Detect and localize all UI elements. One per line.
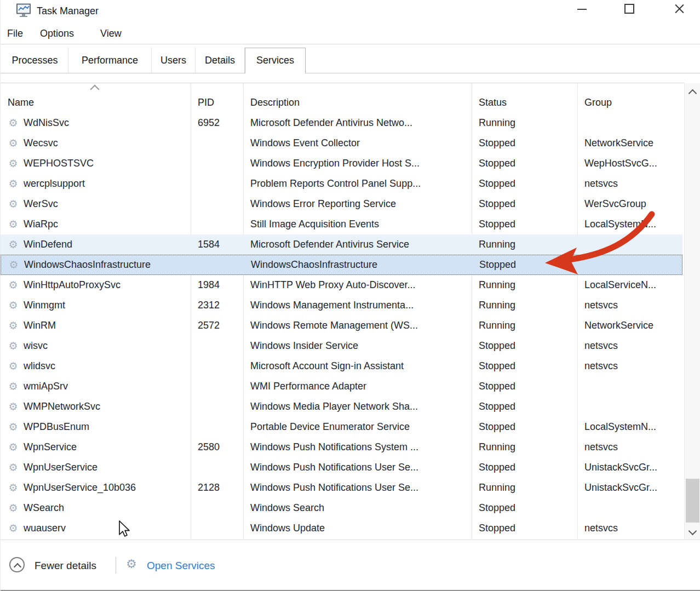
service-status: Stopped	[472, 174, 577, 194]
service-group	[577, 113, 682, 133]
table-row[interactable]: ⚙Wecsvc Windows Event Collector Stopped …	[1, 133, 682, 153]
service-status: Stopped	[472, 397, 577, 417]
service-pid: 1984	[191, 275, 243, 295]
service-status: Running	[472, 234, 577, 255]
service-pid	[191, 417, 243, 437]
service-name: Winmgmt	[24, 295, 65, 315]
maximize-icon	[624, 4, 634, 14]
service-pid: 2580	[191, 437, 243, 457]
table-row[interactable]: ⚙WerSvc Windows Error Reporting Service …	[1, 194, 682, 214]
column-header-group[interactable]: Group	[577, 84, 682, 113]
table-row[interactable]: ⚙WinDefend 1584 Microsoft Defender Antiv…	[1, 234, 682, 255]
table-row[interactable]: ⚙WiaRpc Still Image Acquisition Events S…	[1, 214, 682, 234]
table-row[interactable]: ⚙WPDBusEnum Portable Device Enumerator S…	[1, 417, 682, 437]
service-description: Microsoft Defender Antivirus Netwo...	[243, 113, 472, 133]
service-description: WindowsChaosInfrastructure	[244, 255, 472, 274]
tab-services[interactable]: Services	[245, 48, 306, 73]
menu-file[interactable]: File	[7, 25, 23, 44]
table-row[interactable]: ⚙wercplsupport Problem Reports Control P…	[1, 174, 682, 194]
maximize-button[interactable]	[616, 0, 641, 18]
table-row[interactable]: ⚙WpnUserService_10b036 2128 Windows Push…	[1, 478, 682, 498]
tab-performance[interactable]: Performance	[68, 48, 152, 73]
scroll-up-button[interactable]	[685, 87, 700, 100]
service-gear-icon: ⚙	[8, 158, 19, 169]
service-name: WindowsChaosInfrastructure	[24, 255, 151, 274]
service-group: LocalSystemN...	[577, 417, 682, 437]
column-header-description[interactable]: Description	[243, 84, 472, 113]
service-pid: 6952	[191, 113, 243, 133]
open-services-link[interactable]: Open Services	[147, 560, 215, 572]
service-pid	[191, 214, 243, 234]
service-description: Windows Push Notifications System ...	[243, 437, 472, 457]
footer-divider	[116, 557, 116, 573]
service-group: netsvcs	[577, 356, 682, 376]
service-group: NetworkService	[577, 133, 682, 153]
table-row[interactable]: ⚙WinRM 2572 Windows Remote Management (W…	[1, 315, 682, 336]
service-pid	[191, 153, 243, 174]
menu-options[interactable]: Options	[40, 25, 74, 44]
table-row[interactable]: ⚙WpnService 2580 Windows Push Notificati…	[1, 437, 682, 457]
service-group	[577, 397, 682, 417]
tab-users[interactable]: Users	[152, 48, 196, 73]
service-gear-icon: ⚙	[8, 401, 19, 412]
service-description: Windows Event Collector	[243, 133, 472, 153]
table-row[interactable]: ⚙WdNisSvc 6952 Microsoft Defender Antivi…	[1, 113, 682, 133]
column-header-status[interactable]: Status	[472, 84, 577, 113]
service-pid	[191, 498, 243, 518]
table-row[interactable]: ⚙wmiApSrv WMI Performance Adapter Stoppe…	[1, 376, 682, 397]
service-name: WPDBusEnum	[24, 417, 89, 437]
service-group	[577, 234, 682, 255]
service-group: netsvcs	[577, 518, 682, 538]
service-group: LocalServiceN...	[577, 275, 682, 295]
service-gear-icon: ⚙	[8, 341, 19, 351]
table-row[interactable]: ⚙WSearch Windows Search Stopped	[1, 498, 682, 518]
table-row[interactable]: ⚙Winmgmt 2312 Windows Management Instrum…	[1, 295, 682, 315]
table-header: Name PID Description Status Group	[1, 84, 682, 113]
table-row[interactable]: ⚙wisvc Windows Insider Service Stopped n…	[1, 336, 682, 356]
tab-processes[interactable]: Processes	[2, 48, 68, 73]
service-pid: 1584	[191, 234, 243, 255]
service-gear-icon: ⚙	[8, 179, 19, 189]
fewer-details-label[interactable]: Fewer details	[35, 560, 96, 572]
tab-details[interactable]: Details	[196, 48, 245, 73]
service-gear-icon: ⚙	[8, 199, 19, 209]
scrollbar-thumb[interactable]	[686, 479, 699, 523]
service-description: WMI Performance Adapter	[243, 376, 472, 397]
service-description: Windows Remote Management (WS...	[243, 315, 472, 336]
menu-view[interactable]: View	[100, 25, 122, 44]
service-description: Windows Encryption Provider Host S...	[243, 153, 472, 174]
service-description: Windows Management Instrumenta...	[243, 295, 472, 315]
table-row[interactable]: ⚙WMPNetworkSvc Windows Media Player Netw…	[1, 397, 682, 417]
table-row[interactable]: ⚙WinHttpAutoProxySvc 1984 WinHTTP Web Pr…	[1, 275, 682, 295]
service-gear-icon: ⚙	[8, 138, 19, 148]
service-gear-icon: ⚙	[8, 239, 19, 250]
vertical-scrollbar[interactable]	[684, 83, 700, 540]
close-button[interactable]	[667, 0, 692, 18]
scroll-down-button[interactable]	[685, 524, 700, 537]
service-group: netsvcs	[577, 295, 682, 315]
table-row[interactable]: ⚙WpnUserService Windows Push Notificatio…	[1, 457, 682, 478]
service-status: Stopped	[472, 457, 577, 478]
service-description: Windows Push Notifications User Se...	[243, 457, 472, 478]
service-gear-icon: ⚙	[8, 523, 19, 533]
service-pid	[191, 376, 243, 397]
service-gear-icon: ⚙	[8, 422, 19, 432]
column-header-pid[interactable]: PID	[191, 84, 243, 113]
minimize-button[interactable]	[569, 0, 594, 18]
table-row[interactable]: ⚙wuauserv Windows Update Stopped netsvcs	[1, 518, 682, 538]
service-name: Wecsvc	[24, 133, 58, 153]
table-row[interactable]: ⚙WEPHOSTSVC Windows Encryption Provider …	[1, 153, 682, 174]
service-gear-icon: ⚙	[8, 260, 19, 270]
service-gear-icon: ⚙	[8, 219, 19, 229]
service-name: WpnUserService_10b036	[24, 478, 136, 498]
service-pid	[191, 356, 243, 376]
service-status: Running	[472, 295, 577, 315]
services-list: Name PID Description Status Group ⚙WdNis…	[1, 83, 684, 540]
table-row[interactable]: ⚙wlidsvc Microsoft Account Sign-in Assis…	[1, 356, 682, 376]
fewer-details-button[interactable]	[9, 557, 25, 572]
chevron-up-icon	[14, 563, 21, 571]
service-pid	[191, 336, 243, 356]
table-row[interactable]: ⚙WindowsChaosInfrastructure WindowsChaos…	[1, 255, 682, 275]
services-gear-icon: ⚙	[126, 558, 137, 570]
service-pid	[191, 133, 243, 153]
